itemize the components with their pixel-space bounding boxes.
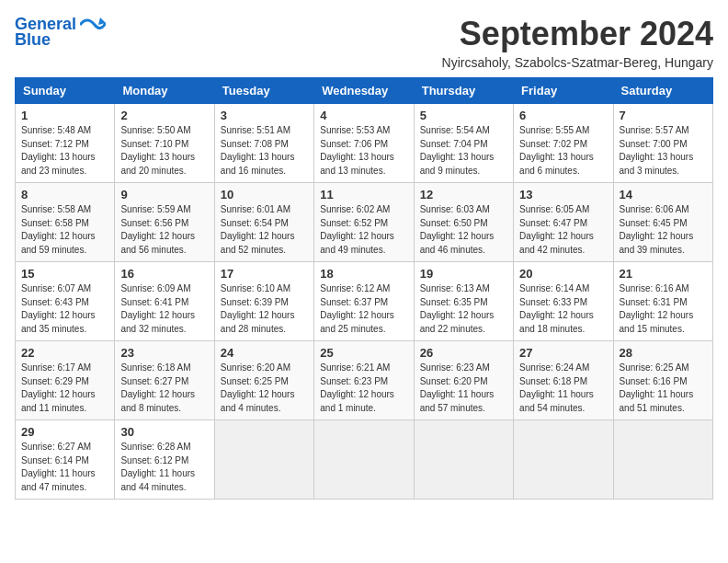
calendar-cell: 3Sunrise: 5:51 AM Sunset: 7:08 PM Daylig… bbox=[214, 104, 313, 183]
calendar-week-5: 29Sunrise: 6:27 AM Sunset: 6:14 PM Dayli… bbox=[16, 420, 713, 500]
day-detail: Sunrise: 5:58 AM Sunset: 6:58 PM Dayligh… bbox=[21, 203, 108, 257]
calendar-header-row: Sunday Monday Tuesday Wednesday Thursday… bbox=[16, 78, 713, 104]
day-detail: Sunrise: 6:27 AM Sunset: 6:14 PM Dayligh… bbox=[21, 441, 108, 494]
calendar-cell: 9Sunrise: 5:59 AM Sunset: 6:56 PM Daylig… bbox=[115, 183, 214, 262]
title-area: September 2024 Nyircsaholy, Szabolcs-Sza… bbox=[442, 15, 713, 70]
calendar-cell: 22Sunrise: 6:17 AM Sunset: 6:29 PM Dayli… bbox=[16, 341, 115, 420]
day-number: 21 bbox=[620, 267, 707, 281]
day-detail: Sunrise: 6:05 AM Sunset: 6:47 PM Dayligh… bbox=[519, 203, 607, 257]
day-number: 8 bbox=[21, 188, 108, 201]
calendar-week-2: 8Sunrise: 5:58 AM Sunset: 6:58 PM Daylig… bbox=[16, 183, 713, 262]
day-detail: Sunrise: 5:50 AM Sunset: 7:10 PM Dayligh… bbox=[120, 124, 208, 178]
day-number: 4 bbox=[320, 109, 407, 122]
logo: General Blue bbox=[15, 15, 106, 50]
calendar-cell: 13Sunrise: 6:05 AM Sunset: 6:47 PM Dayli… bbox=[514, 183, 613, 262]
day-detail: Sunrise: 5:51 AM Sunset: 7:08 PM Dayligh… bbox=[221, 124, 308, 178]
day-detail: Sunrise: 6:17 AM Sunset: 6:29 PM Dayligh… bbox=[21, 362, 108, 415]
day-number: 7 bbox=[620, 109, 707, 122]
day-number: 5 bbox=[420, 109, 507, 122]
day-number: 12 bbox=[420, 188, 507, 201]
day-number: 10 bbox=[221, 188, 308, 201]
day-detail: Sunrise: 6:24 AM Sunset: 6:18 PM Dayligh… bbox=[519, 362, 607, 415]
day-number: 25 bbox=[320, 346, 407, 360]
calendar-cell: 10Sunrise: 6:01 AM Sunset: 6:54 PM Dayli… bbox=[214, 183, 313, 262]
day-detail: Sunrise: 6:12 AM Sunset: 6:37 PM Dayligh… bbox=[320, 282, 407, 336]
day-detail: Sunrise: 6:14 AM Sunset: 6:33 PM Dayligh… bbox=[519, 282, 607, 336]
calendar-cell: 26Sunrise: 6:23 AM Sunset: 6:20 PM Dayli… bbox=[414, 341, 513, 420]
calendar-cell: 17Sunrise: 6:10 AM Sunset: 6:39 PM Dayli… bbox=[214, 262, 313, 341]
day-detail: Sunrise: 6:13 AM Sunset: 6:35 PM Dayligh… bbox=[420, 282, 507, 336]
calendar-cell: 11Sunrise: 6:02 AM Sunset: 6:52 PM Dayli… bbox=[314, 183, 414, 262]
calendar-cell: 5Sunrise: 5:54 AM Sunset: 7:04 PM Daylig… bbox=[414, 104, 513, 183]
header-monday: Monday bbox=[115, 78, 214, 104]
day-number: 19 bbox=[420, 267, 507, 281]
day-number: 1 bbox=[21, 109, 108, 122]
calendar-cell bbox=[514, 420, 613, 500]
calendar-cell bbox=[414, 420, 513, 500]
calendar-table: Sunday Monday Tuesday Wednesday Thursday… bbox=[15, 77, 713, 500]
day-detail: Sunrise: 6:06 AM Sunset: 6:45 PM Dayligh… bbox=[620, 203, 707, 257]
calendar-cell: 1Sunrise: 5:48 AM Sunset: 7:12 PM Daylig… bbox=[16, 104, 115, 183]
calendar-cell: 8Sunrise: 5:58 AM Sunset: 6:58 PM Daylig… bbox=[16, 183, 115, 262]
calendar-cell bbox=[613, 420, 712, 500]
day-detail: Sunrise: 6:25 AM Sunset: 6:16 PM Dayligh… bbox=[620, 362, 707, 415]
day-number: 16 bbox=[120, 267, 208, 281]
day-detail: Sunrise: 6:23 AM Sunset: 6:20 PM Dayligh… bbox=[420, 362, 507, 415]
day-number: 11 bbox=[320, 188, 407, 201]
day-detail: Sunrise: 6:07 AM Sunset: 6:43 PM Dayligh… bbox=[21, 282, 108, 336]
day-number: 13 bbox=[519, 188, 607, 201]
calendar-cell: 4Sunrise: 5:53 AM Sunset: 7:06 PM Daylig… bbox=[314, 104, 414, 183]
day-number: 6 bbox=[519, 109, 607, 122]
day-number: 17 bbox=[221, 267, 308, 281]
day-detail: Sunrise: 6:01 AM Sunset: 6:54 PM Dayligh… bbox=[221, 203, 308, 257]
day-detail: Sunrise: 6:18 AM Sunset: 6:27 PM Dayligh… bbox=[120, 362, 208, 415]
location-title: Nyircsaholy, Szabolcs-Szatmar-Bereg, Hun… bbox=[442, 55, 713, 70]
day-number: 2 bbox=[120, 109, 208, 122]
day-detail: Sunrise: 5:53 AM Sunset: 7:06 PM Dayligh… bbox=[320, 124, 407, 178]
calendar-cell: 2Sunrise: 5:50 AM Sunset: 7:10 PM Daylig… bbox=[115, 104, 214, 183]
header-wednesday: Wednesday bbox=[314, 78, 414, 104]
day-number: 30 bbox=[120, 425, 208, 439]
day-detail: Sunrise: 6:09 AM Sunset: 6:41 PM Dayligh… bbox=[120, 282, 208, 336]
calendar-week-4: 22Sunrise: 6:17 AM Sunset: 6:29 PM Dayli… bbox=[16, 341, 713, 420]
day-detail: Sunrise: 6:03 AM Sunset: 6:50 PM Dayligh… bbox=[420, 203, 507, 257]
day-number: 20 bbox=[519, 267, 607, 281]
day-detail: Sunrise: 5:55 AM Sunset: 7:02 PM Dayligh… bbox=[519, 124, 607, 178]
header-sunday: Sunday bbox=[16, 78, 115, 104]
calendar-cell: 24Sunrise: 6:20 AM Sunset: 6:25 PM Dayli… bbox=[214, 341, 313, 420]
calendar-cell bbox=[314, 420, 414, 500]
calendar-week-1: 1Sunrise: 5:48 AM Sunset: 7:12 PM Daylig… bbox=[16, 104, 713, 183]
day-detail: Sunrise: 6:16 AM Sunset: 6:31 PM Dayligh… bbox=[620, 282, 707, 336]
calendar-cell: 25Sunrise: 6:21 AM Sunset: 6:23 PM Dayli… bbox=[314, 341, 414, 420]
page-header: General Blue September 2024 Nyircsaholy,… bbox=[15, 15, 713, 70]
month-title: September 2024 bbox=[442, 15, 713, 53]
day-number: 27 bbox=[519, 346, 607, 360]
header-friday: Friday bbox=[514, 78, 613, 104]
day-number: 28 bbox=[620, 346, 707, 360]
logo-blue-text: Blue bbox=[15, 30, 51, 50]
day-number: 22 bbox=[21, 346, 108, 360]
day-detail: Sunrise: 6:02 AM Sunset: 6:52 PM Dayligh… bbox=[320, 203, 407, 257]
calendar-cell: 27Sunrise: 6:24 AM Sunset: 6:18 PM Dayli… bbox=[514, 341, 613, 420]
calendar-cell: 29Sunrise: 6:27 AM Sunset: 6:14 PM Dayli… bbox=[16, 420, 115, 500]
day-number: 15 bbox=[21, 267, 108, 281]
calendar-cell: 19Sunrise: 6:13 AM Sunset: 6:35 PM Dayli… bbox=[414, 262, 513, 341]
calendar-cell: 12Sunrise: 6:03 AM Sunset: 6:50 PM Dayli… bbox=[414, 183, 513, 262]
day-number: 9 bbox=[120, 188, 208, 201]
day-number: 14 bbox=[620, 188, 707, 201]
header-thursday: Thursday bbox=[414, 78, 513, 104]
day-detail: Sunrise: 5:57 AM Sunset: 7:00 PM Dayligh… bbox=[620, 124, 707, 178]
calendar-cell: 6Sunrise: 5:55 AM Sunset: 7:02 PM Daylig… bbox=[514, 104, 613, 183]
day-number: 3 bbox=[221, 109, 308, 122]
calendar-cell: 16Sunrise: 6:09 AM Sunset: 6:41 PM Dayli… bbox=[115, 262, 214, 341]
day-detail: Sunrise: 6:21 AM Sunset: 6:23 PM Dayligh… bbox=[320, 362, 407, 415]
calendar-cell: 21Sunrise: 6:16 AM Sunset: 6:31 PM Dayli… bbox=[613, 262, 712, 341]
calendar-cell: 18Sunrise: 6:12 AM Sunset: 6:37 PM Dayli… bbox=[314, 262, 414, 341]
calendar-cell bbox=[214, 420, 313, 500]
header-saturday: Saturday bbox=[613, 78, 712, 104]
day-number: 23 bbox=[120, 346, 208, 360]
header-tuesday: Tuesday bbox=[214, 78, 313, 104]
day-number: 18 bbox=[320, 267, 407, 281]
day-detail: Sunrise: 5:54 AM Sunset: 7:04 PM Dayligh… bbox=[420, 124, 507, 178]
day-detail: Sunrise: 6:10 AM Sunset: 6:39 PM Dayligh… bbox=[221, 282, 308, 336]
